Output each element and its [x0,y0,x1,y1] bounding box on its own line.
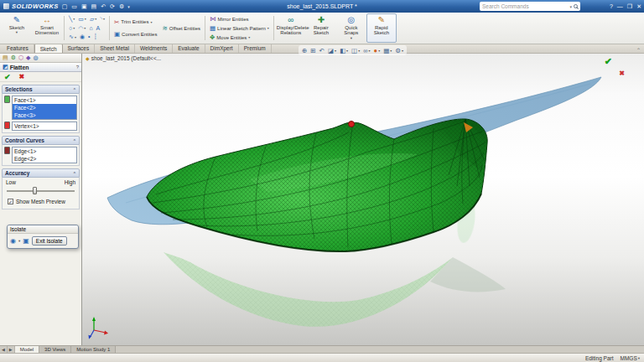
trim-entities-button[interactable]: ✂ Trim Entities ▾ [114,18,157,26]
slider-thumb[interactable] [33,187,37,194]
save-isolate-icon[interactable]: ▣ [23,237,29,245]
pm-help-icon[interactable]: ? [76,65,79,70]
smart-dimension-button[interactable]: ↔ Smart Dimension [32,13,62,43]
help-button[interactable]: ? [610,3,613,9]
tab-dimxpert[interactable]: DimXpert [205,44,239,53]
mirror-entities-button[interactable]: ⋈ Mirror Entities [210,15,269,23]
quick-snaps-button[interactable]: ◎ Quick Snaps ▾ [336,13,366,43]
tab-motion-study-1[interactable]: Motion Study 1 [71,346,116,353]
displaymanager-tab-icon[interactable]: ◍ [33,54,38,61]
search-caret-icon[interactable]: ▾ [569,4,572,9]
list-item-face3[interactable]: Face<3> [13,111,76,119]
search-input[interactable] [482,3,568,9]
previous-view-button[interactable]: ↶ [319,47,325,54]
new-file-icon[interactable]: ▢ [61,3,69,10]
zoom-fit-button[interactable]: ⊕ [302,47,307,54]
accuracy-group-header[interactable]: Accuracy ⌃ [2,168,80,178]
zoom-area-button[interactable]: ⊞ [310,47,315,54]
configurationmanager-tab-icon[interactable]: ⬡ [18,54,23,61]
view-settings-button[interactable]: ⚙▾ [395,47,403,54]
linear-sketch-pattern-button[interactable]: ▦ Linear Sketch Pattern ▾ [210,24,269,32]
hide-show-items-button[interactable]: ∞▾ [363,47,370,54]
display-delete-relations-button[interactable]: ∞ Display/Delete Relations [276,13,306,43]
maximize-button[interactable]: ❐ [627,3,632,10]
show-mesh-preview-checkbox[interactable]: ✓ Show Mesh Preview [8,199,74,204]
display-style-button[interactable]: ◫▾ [351,47,360,54]
rapid-sketch-button[interactable]: ✎ Rapid Sketch [366,13,397,43]
confirm-cancel-button[interactable]: ✖ [619,70,625,77]
fillet-tool-button[interactable]: ◝▾ [100,16,105,23]
tab-scroll-right-icon[interactable]: ▶ [8,346,15,353]
search-box[interactable]: ▾ [480,2,580,11]
dropdown-caret-icon[interactable]: ▾ [18,239,20,243]
quickbar-caret-icon[interactable]: ▾ [127,4,130,9]
orientation-triad[interactable] [89,317,109,339]
shoe-last-mesh[interactable] [147,119,487,251]
undo-icon[interactable]: ↶ [100,3,106,10]
tab-features[interactable]: Features [2,44,34,53]
graphics-area[interactable]: ◆ shoe_last_2015 (Default<<... [82,54,644,345]
sketch-tool-button[interactable]: ✎ Sketch ▾ [2,13,32,43]
minimize-button[interactable]: — [617,3,623,9]
open-file-icon[interactable]: ▭ [70,3,78,10]
point-tool-button[interactable]: • [88,34,90,40]
sketch-text-tool-button[interactable]: A [96,25,101,32]
polygon-tool-button[interactable]: ⌂ [89,25,92,32]
view-orientation-button[interactable]: ◧▾ [340,47,348,54]
propertymanager-tab-icon[interactable]: ⚙ [11,54,16,61]
edges-selection-list[interactable]: Edge<1> Edge<2> [12,147,77,163]
ellipse-tool-button[interactable]: ◉ [80,34,85,40]
tab-weldments[interactable]: Weldments [135,44,173,53]
slot-tool-button[interactable]: ▱▾ [90,16,96,23]
exit-isolate-button[interactable]: Exit Isolate [32,236,67,246]
repair-sketch-button[interactable]: ✚ Repair Sketch [306,13,336,43]
ok-button[interactable]: ✔ [4,73,11,81]
tab-sketch[interactable]: Sketch [34,44,63,53]
confirm-ok-button[interactable]: ✔ [605,56,612,67]
tab-3d-views[interactable]: 3D Views [39,346,71,353]
list-item-edge2[interactable]: Edge<2> [13,155,76,163]
vertex-marker[interactable] [349,122,355,127]
isolate-visibility-icon[interactable]: ◉ [10,237,16,245]
save-icon[interactable]: ▣ [80,3,88,10]
search-icon[interactable] [574,4,578,8]
tab-premium[interactable]: Premium [239,44,272,53]
accuracy-slider[interactable] [7,187,75,194]
tab-sheet-metal[interactable]: Sheet Metal [95,44,135,53]
offset-entities-button[interactable]: ≋ Offset Entities [162,24,200,32]
ribbon-pin-icon[interactable]: ⌃ [636,47,641,53]
units-selector[interactable]: MMGS ▾ [621,355,641,361]
section-view-button[interactable]: ◪▾ [328,47,336,54]
control-curves-group-header[interactable]: Control Curves ⌃ [2,136,80,145]
apply-scene-button[interactable]: ▦▾ [383,47,392,54]
spline-tool-button[interactable]: ∿▾ [69,34,76,40]
tab-scroll-left-icon[interactable]: ◀ [0,346,8,353]
tab-evaluate[interactable]: Evaluate [173,44,205,53]
featuremanager-tab-icon[interactable]: ▤ [3,54,8,61]
rectangle-tool-button[interactable]: ▭▾ [78,16,86,23]
tab-surfaces[interactable]: Surfaces [63,44,96,53]
breadcrumb[interactable]: ◆ shoe_last_2015 (Default<<... [86,55,161,61]
move-entities-button[interactable]: ✥ Move Entities ▾ [210,34,269,41]
list-item-face2[interactable]: Face<2> [13,104,76,111]
cancel-button[interactable]: ✖ [19,73,25,80]
rebuild-icon[interactable]: ⟳ [109,3,116,10]
list-item-edge1[interactable]: Edge<1> [13,147,76,155]
faces-selection-list[interactable]: Face<1> Face<2> Face<3> [12,96,77,120]
list-item-face1[interactable]: Face<1> [13,96,76,104]
centerline-tool-button[interactable]: ┆ [93,34,96,40]
print-icon[interactable]: ▤ [91,3,98,10]
convert-entities-button[interactable]: ▣ Convert Entities [114,30,157,38]
selections-group-header[interactable]: Selections ⌃ [2,85,80,94]
vertex-selection-list[interactable]: Vertex<1> [12,122,77,131]
circle-tool-button[interactable]: ○▾ [69,25,75,32]
close-button[interactable]: ✕ [636,3,641,10]
arc-tool-button[interactable]: ◠▾ [78,25,86,32]
list-item-vertex1[interactable]: Vertex<1> [13,122,76,130]
dimxpertmanager-tab-icon[interactable]: ◆ [26,54,30,61]
line-tool-button[interactable]: ╲▾ [69,16,75,23]
edit-appearance-button[interactable]: ●▾ [374,47,381,54]
graphics-viewport-svg[interactable] [82,54,644,345]
options-icon[interactable]: ⚙ [118,3,125,10]
tab-model[interactable]: Model [15,346,39,353]
